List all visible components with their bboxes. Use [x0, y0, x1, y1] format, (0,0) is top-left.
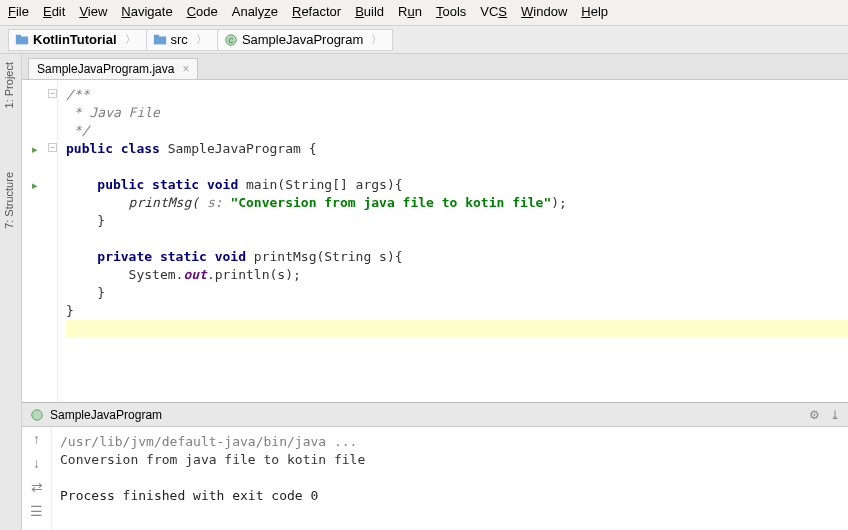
menu-help[interactable]: Help — [581, 4, 608, 21]
svg-rect-0 — [16, 36, 28, 44]
editor-tab[interactable]: SampleJavaProgram.java × — [28, 58, 198, 79]
menu-tools[interactable]: Tools — [436, 4, 466, 21]
code-area[interactable]: /** * Java File */ public class SampleJa… — [58, 80, 848, 402]
run-gutter-icon[interactable]: ▸ — [32, 179, 38, 192]
breadcrumb-src[interactable]: src 〉 — [146, 29, 218, 51]
folder-icon — [15, 33, 29, 47]
arrow-up-icon[interactable]: ↑ — [28, 431, 46, 449]
chevron-right-icon: 〉 — [192, 32, 211, 47]
breadcrumb: KotlinTutorial 〉 src 〉 C SampleJavaProgr… — [0, 26, 848, 54]
run-toolwindow: SampleJavaProgram ⚙ ⤓ ↑ ↓ ⇄ ☰ /usr/lib/j… — [22, 402, 848, 530]
console-output[interactable]: /usr/lib/jvm/default-java/bin/java ... C… — [52, 427, 848, 530]
editor-tabbar: SampleJavaProgram.java × — [22, 54, 848, 80]
java-class-icon — [30, 408, 44, 422]
menu-file[interactable]: File — [8, 4, 29, 21]
print-icon[interactable]: ☰ — [28, 503, 46, 521]
fold-icon[interactable]: − — [48, 143, 57, 152]
editor-tab-label: SampleJavaProgram.java — [37, 62, 174, 76]
run-gutter-icon[interactable]: ▸ — [32, 143, 38, 156]
menu-run[interactable]: Run — [398, 4, 422, 21]
breadcrumb-project[interactable]: KotlinTutorial 〉 — [8, 29, 147, 51]
menu-refactor[interactable]: Refactor — [292, 4, 341, 21]
menu-window[interactable]: Window — [521, 4, 567, 21]
editor[interactable]: − − ▸ ▸ /** * Java File */ public class … — [22, 80, 848, 402]
svg-rect-2 — [153, 36, 165, 44]
java-class-icon: C — [224, 33, 238, 47]
folder-icon — [153, 33, 167, 47]
chevron-right-icon: 〉 — [367, 32, 386, 47]
menubar: File Edit View Navigate Code Analyze Ref… — [0, 0, 848, 26]
download-icon[interactable]: ⤓ — [830, 408, 840, 422]
sidetab-structure[interactable]: 7: Structure — [3, 172, 15, 229]
menu-navigate[interactable]: Navigate — [121, 4, 172, 21]
gear-icon[interactable]: ⚙ — [809, 408, 820, 422]
editor-gutter[interactable]: − − ▸ ▸ — [22, 80, 58, 402]
svg-text:C: C — [228, 36, 233, 43]
breadcrumb-file[interactable]: C SampleJavaProgram 〉 — [217, 29, 393, 51]
arrow-down-icon[interactable]: ↓ — [28, 455, 46, 473]
svg-rect-3 — [153, 34, 158, 37]
left-toolwindows: 1: Project 7: Structure — [0, 54, 22, 530]
wrap-icon[interactable]: ⇄ — [28, 479, 46, 497]
sidetab-project[interactable]: 1: Project — [3, 62, 15, 108]
menu-view[interactable]: View — [79, 4, 107, 21]
menu-vcs[interactable]: VCS — [480, 4, 507, 21]
run-side-toolbar: ↑ ↓ ⇄ ☰ — [22, 427, 52, 530]
fold-icon[interactable]: − — [48, 89, 57, 98]
chevron-right-icon: 〉 — [121, 32, 140, 47]
close-tab-icon[interactable]: × — [182, 62, 189, 76]
menu-build[interactable]: Build — [355, 4, 384, 21]
run-config-name: SampleJavaProgram — [50, 408, 162, 422]
menu-edit[interactable]: Edit — [43, 4, 65, 21]
menu-analyze[interactable]: Analyze — [232, 4, 278, 21]
svg-point-6 — [32, 409, 43, 420]
menu-code[interactable]: Code — [187, 4, 218, 21]
svg-rect-1 — [16, 34, 21, 37]
